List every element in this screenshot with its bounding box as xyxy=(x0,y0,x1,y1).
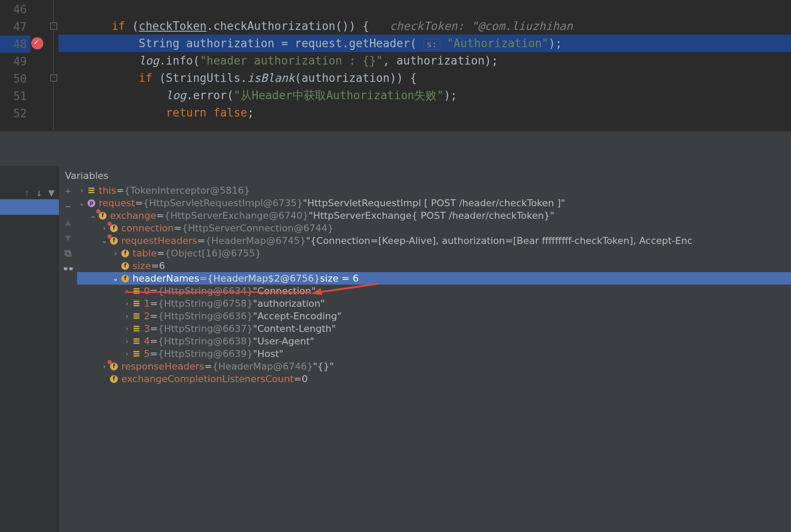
code-text: ); xyxy=(548,37,562,50)
line-number-gutter: 46 47 48 49 50 51 52 xyxy=(0,0,30,122)
equals: = xyxy=(150,347,158,360)
badge-icon xyxy=(107,222,112,226)
expand-right-icon[interactable]: › xyxy=(122,310,132,322)
variable-row[interactable]: ›this = {TokenInterceptor@5816} xyxy=(77,184,791,197)
variable-name: size xyxy=(133,260,151,272)
variable-row[interactable]: ›1 = {HttpString@6758} "authorization" xyxy=(77,297,791,310)
expand-down-icon[interactable]: ⌄ xyxy=(111,272,120,285)
expand-down-icon[interactable]: ⌄ xyxy=(77,197,87,209)
line-number: 51 xyxy=(0,88,30,105)
copy-icon[interactable]: ⧉ xyxy=(61,247,75,260)
variable-name: headerNames xyxy=(133,272,199,285)
variable-row[interactable]: exchangeCompletionListenersCount = 0 xyxy=(77,373,791,385)
variable-row[interactable]: ›connection = {HttpServerConnection@6744… xyxy=(77,222,791,234)
variable-type: {HttpServerExchange@6740} xyxy=(164,209,308,222)
keyword: if xyxy=(139,71,152,84)
string-literal: "Authorization" xyxy=(447,37,548,50)
expand-right-icon[interactable]: › xyxy=(122,335,132,347)
variable-name: 2 xyxy=(144,310,150,322)
code-line[interactable]: if (StringUtils.isBlank(authorization)) … xyxy=(58,69,791,87)
line-number: 48 xyxy=(0,36,30,53)
move-up-icon[interactable]: ▲ xyxy=(61,215,75,229)
code-line-active[interactable]: String authorization = request.getHeader… xyxy=(58,35,791,52)
frame-selected[interactable] xyxy=(0,199,59,215)
variable-type: {HttpString@6638} xyxy=(158,335,253,347)
code-line[interactable] xyxy=(58,0,791,17)
field-icon xyxy=(120,249,130,258)
identifier: log xyxy=(139,54,159,67)
variable-name: 5 xyxy=(144,347,150,360)
filter-icon[interactable]: ▼ xyxy=(49,187,55,199)
variable-row[interactable]: ›responseHeaders = {HeaderMap@6746} "{}" xyxy=(77,360,791,373)
variable-row[interactable]: ›4 = {HttpString@6638} "User-Agent" xyxy=(77,335,791,347)
code-line[interactable]: log.error("从Header中获取Authorization失败"); xyxy=(58,87,791,104)
variables-tab[interactable]: Variables xyxy=(65,170,109,181)
expand-right-icon[interactable]: › xyxy=(111,247,120,260)
variable-value: "Accept-Encoding" xyxy=(253,310,342,322)
variable-type: {HttpString@6634} xyxy=(158,285,253,297)
variable-row[interactable]: size = 6 xyxy=(77,260,791,272)
panel-splitter[interactable] xyxy=(0,131,791,166)
equals: = xyxy=(150,310,158,322)
param-icon xyxy=(87,198,96,208)
equals: = xyxy=(116,184,124,197)
field-icon xyxy=(120,274,130,283)
line-number: 47 xyxy=(0,18,30,36)
code-text: .checkAuthorization()) { xyxy=(207,19,370,32)
variable-type: {HeaderMap@6746} xyxy=(212,360,313,373)
code-line[interactable]: log.info("header authorization : {}", au… xyxy=(58,52,791,69)
variable-row[interactable]: ⌄request = {HttpServletRequestImpl@6735}… xyxy=(77,197,791,209)
expand-right-icon[interactable]: › xyxy=(122,285,132,297)
variable-type: {TokenInterceptor@5816} xyxy=(124,184,250,197)
code-text: ); xyxy=(444,89,457,102)
glasses-icon[interactable]: 👓 xyxy=(61,262,75,276)
variable-name: 4 xyxy=(144,335,150,347)
variable-type: {HttpString@6639} xyxy=(158,347,253,360)
variable-row[interactable]: ›0 = {HttpString@6634} "Connection" xyxy=(77,285,791,297)
expand-right-icon[interactable]: › xyxy=(122,347,132,360)
expand-right-icon[interactable]: › xyxy=(122,297,132,310)
variable-value: "User-Agent" xyxy=(253,335,314,347)
variable-row[interactable]: ⌄exchange = {HttpServerExchange@6740} "H… xyxy=(77,209,791,222)
equals: = xyxy=(294,373,301,385)
code-editor[interactable]: 46 47 48 49 50 51 52 − − if (checkToken.… xyxy=(0,0,791,131)
add-watch-icon[interactable]: ＋ xyxy=(61,184,75,198)
code-line[interactable]: return false; xyxy=(58,104,791,121)
code-text: String authorization = request.getHeader… xyxy=(139,37,417,50)
svg-line-0 xyxy=(318,284,378,292)
breakpoint-marker-icon[interactable] xyxy=(31,37,43,49)
annotation-arrow-icon xyxy=(311,279,380,297)
variable-row[interactable]: ›5 = {HttpString@6639} "Host" xyxy=(77,347,791,360)
expand-right-icon[interactable]: › xyxy=(77,184,87,197)
variables-tree[interactable]: ›this = {TokenInterceptor@5816}⌄request … xyxy=(77,184,791,385)
variable-value: "Host" xyxy=(253,347,283,360)
variable-row[interactable]: ›2 = {HttpString@6636} "Accept-Encoding" xyxy=(77,310,791,322)
fold-toggle-icon[interactable]: − xyxy=(50,75,57,81)
inline-hint: checkToken: "@com.liuzhihan xyxy=(389,19,573,32)
variable-value: "{Connection=[Keep-Alive], authorization… xyxy=(306,234,692,247)
equals: = xyxy=(199,272,207,285)
variable-row[interactable]: ⌄headerNames = {HeaderMap$2@6756} size =… xyxy=(77,272,791,285)
debug-frames-gutter[interactable] xyxy=(0,166,59,532)
string-literal: "header authorization : {}" xyxy=(200,54,383,67)
variable-value: 6 xyxy=(159,260,165,272)
equals: = xyxy=(151,260,159,272)
variable-row[interactable]: ›3 = {HttpString@6637} "Content-Length" xyxy=(77,322,791,335)
remove-watch-icon[interactable]: − xyxy=(61,200,75,214)
code-line[interactable]: if (checkToken.checkAuthorization()) { c… xyxy=(58,17,791,35)
line-number: 49 xyxy=(0,53,30,70)
fold-toggle-icon[interactable]: − xyxy=(50,23,57,29)
variable-name: exchangeCompletionListenersCount xyxy=(121,373,294,385)
equals: = xyxy=(150,297,158,310)
code-area[interactable]: if (checkToken.checkAuthorization()) { c… xyxy=(58,0,791,121)
vars-side-toolbar: ＋ − ▲ ▼ ⧉ 👓 xyxy=(61,184,75,276)
field-icon xyxy=(109,236,119,246)
frame-up-icon[interactable]: ↑ xyxy=(24,187,30,199)
move-down-icon[interactable]: ▼ xyxy=(61,231,75,245)
variable-name: 3 xyxy=(144,322,150,335)
frame-down-icon[interactable]: ↓ xyxy=(36,187,42,199)
expand-right-icon[interactable]: › xyxy=(122,322,132,335)
variable-row[interactable]: ⌄requestHeaders = {HeaderMap@6745} "{Con… xyxy=(77,234,791,247)
variable-type: {HttpServerConnection@6744} xyxy=(182,222,334,234)
variable-row[interactable]: ›table = {Object[16]@6755} xyxy=(77,247,791,260)
